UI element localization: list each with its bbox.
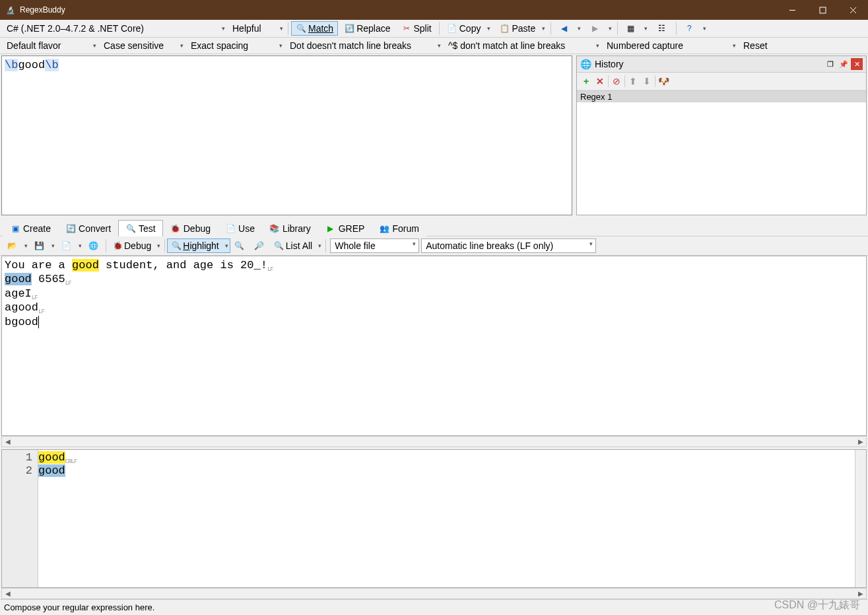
grep-icon: ▶: [325, 223, 336, 234]
history-header: 🌐 History ❐ 📌 ✕: [577, 56, 866, 73]
case-dropdown[interactable]: Case sensitive: [100, 39, 185, 52]
close-button[interactable]: [838, 0, 868, 20]
forward-button[interactable]: ▶: [585, 21, 615, 36]
scroll-left-icon[interactable]: ◀: [2, 590, 13, 597]
debug-button[interactable]: 🐞Debug: [108, 238, 162, 253]
status-bar: Compose your regular expression here.: [0, 599, 868, 615]
up-icon[interactable]: ⬆: [627, 75, 639, 87]
back-button[interactable]: ◀: [554, 21, 584, 36]
copy-button[interactable]: 📄 Copy: [442, 21, 494, 36]
down-icon[interactable]: ⬇: [641, 75, 653, 87]
history-tools: + ✕ ⊘ ⬆ ⬇ 🐶: [577, 73, 866, 90]
zoom-in-icon: 🔍: [234, 240, 245, 251]
use-icon: 📄: [225, 223, 236, 234]
separator: [551, 22, 551, 35]
window-buttons: [777, 0, 868, 20]
tab-use[interactable]: 📄Use: [218, 220, 262, 236]
tab-convert[interactable]: 🔄Convert: [58, 220, 118, 236]
bookmark-icon[interactable]: 🐶: [657, 75, 669, 87]
save-icon: 💾: [34, 240, 44, 251]
results-panel: 1 2 goodCRLF good: [1, 449, 867, 588]
tab-debug[interactable]: 🐞Debug: [163, 220, 218, 236]
zoom-out-button[interactable]: 🔎: [250, 238, 270, 253]
forward-icon: ▶: [589, 23, 600, 34]
scroll-left-icon[interactable]: ◀: [2, 438, 13, 445]
tab-create[interactable]: ▣Create: [3, 220, 58, 236]
toolbar-main: C# (.NET 2.0–4.7.2 & .NET Core) Helpful …: [0, 20, 868, 38]
tab-library[interactable]: 📚Library: [262, 220, 318, 236]
anchors-dropdown[interactable]: ^$ don't match at line breaks: [444, 39, 601, 52]
separator: [617, 22, 618, 35]
match-button[interactable]: 🔍 Match: [291, 21, 338, 36]
new-icon: 📄: [61, 240, 71, 251]
highlight-icon: 🔍: [171, 240, 182, 251]
toolbar-options: Default flavor Case sensitive Exact spac…: [0, 38, 868, 54]
separator: [676, 22, 677, 35]
copy-icon: 📄: [447, 23, 457, 34]
result-row[interactable]: good: [38, 464, 855, 478]
minimize-button[interactable]: [777, 0, 807, 20]
result-row[interactable]: goodCRLF: [38, 451, 855, 464]
web-button[interactable]: 🌐: [84, 238, 104, 253]
horizontal-scrollbar[interactable]: ◀ ▶: [1, 436, 867, 447]
flavor-dropdown[interactable]: C# (.NET 2.0–4.7.2 & .NET Core): [3, 22, 227, 35]
results-body[interactable]: goodCRLF good: [38, 450, 855, 587]
pin-icon[interactable]: 📌: [838, 58, 850, 70]
text-line: bgood: [5, 316, 863, 328]
help-button[interactable]: ?: [679, 21, 709, 36]
search-icon: 🔍: [296, 23, 306, 34]
tab-grep[interactable]: ▶GREP: [318, 220, 372, 236]
scroll-right-icon[interactable]: ▶: [855, 438, 866, 445]
capture-dropdown[interactable]: Numbered capture: [603, 39, 738, 52]
add-icon[interactable]: +: [580, 75, 592, 87]
regex-input[interactable]: \bgood\b: [1, 55, 572, 215]
open-icon: 📂: [7, 240, 17, 251]
default-flavor-dropdown[interactable]: Default flavor: [3, 39, 98, 52]
restore-icon[interactable]: ❐: [824, 58, 836, 70]
helpful-dropdown[interactable]: Helpful: [228, 22, 285, 35]
text-line: You are a good student, and age is 20_!L…: [5, 259, 863, 273]
vertical-scrollbar[interactable]: [855, 450, 866, 587]
list-icon: 🔍: [274, 240, 284, 251]
new-button[interactable]: 📄: [57, 238, 84, 253]
horizontal-scrollbar[interactable]: ◀ ▶: [1, 588, 867, 599]
zoom-in-button[interactable]: 🔍: [230, 238, 250, 253]
paste-button[interactable]: 📋 Paste: [494, 21, 548, 36]
scroll-right-icon[interactable]: ▶: [855, 590, 866, 597]
replace-icon: 🔃: [344, 23, 354, 34]
scope-dropdown[interactable]: Whole file: [330, 238, 419, 253]
replace-button[interactable]: 🔃 Replace: [339, 21, 395, 36]
split-button[interactable]: ✂ Split: [397, 21, 436, 36]
tab-forum[interactable]: 👥Forum: [372, 220, 426, 236]
list-all-button[interactable]: 🔍List All: [270, 238, 323, 253]
forum-icon: 👥: [379, 223, 389, 234]
results-gutter: 1 2: [2, 450, 38, 587]
test-toolbar: 📂 💾 📄 🌐 🐞Debug 🔍Highlight 🔍 🔎 🔍List All …: [0, 236, 868, 256]
close-panel-icon[interactable]: ✕: [851, 58, 863, 70]
maximize-button[interactable]: [807, 0, 838, 20]
upper-row: \bgood\b 🌐 History ❐ 📌 ✕ + ✕ ⊘ ⬆ ⬇ 🐶: [0, 54, 868, 219]
history-list[interactable]: Regex 1: [577, 90, 866, 215]
options-button[interactable]: ☷: [651, 21, 673, 36]
highlight-button[interactable]: 🔍Highlight: [167, 238, 230, 253]
linebreaks-dropdown[interactable]: Automatic line breaks (LF only): [421, 238, 596, 253]
test-icon: 🔍: [125, 223, 136, 234]
grid-button[interactable]: ▦: [620, 21, 650, 36]
open-button[interactable]: 📂: [3, 238, 30, 253]
tab-test[interactable]: 🔍Test: [118, 220, 163, 236]
reset-button[interactable]: Reset: [739, 39, 772, 52]
delete-icon[interactable]: ✕: [594, 75, 606, 87]
tabs: ▣Create 🔄Convert 🔍Test 🐞Debug 📄Use 📚Libr…: [0, 219, 868, 236]
history-item[interactable]: Regex 1: [577, 91, 866, 102]
spacing-dropdown[interactable]: Exact spacing: [187, 39, 284, 52]
clear-icon[interactable]: ⊘: [611, 75, 622, 87]
dot-dropdown[interactable]: Dot doesn't match line breaks: [286, 39, 443, 52]
save-button[interactable]: 💾: [30, 238, 57, 253]
test-text-input[interactable]: You are a good student, and age is 20_!L…: [1, 256, 867, 436]
grid-icon: ▦: [625, 23, 636, 34]
main-area: \bgood\b 🌐 History ❐ 📌 ✕ + ✕ ⊘ ⬆ ⬇ 🐶: [0, 54, 868, 599]
zoom-out-icon: 🔎: [254, 240, 265, 251]
back-icon: ◀: [558, 23, 569, 34]
status-text: Compose your regular expression here.: [4, 602, 154, 612]
text-line: ageILF: [5, 287, 863, 301]
